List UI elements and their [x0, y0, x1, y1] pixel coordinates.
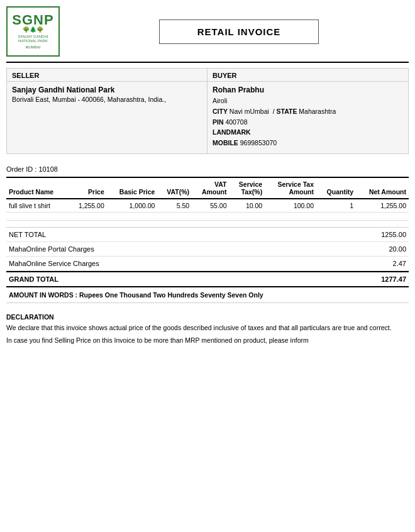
totals-section: NET TOTAL 1255.00 MahaOnline Portal Char…	[6, 227, 409, 287]
seller-column: SELLER Sanjay Gandhi National Park Boriv…	[7, 69, 208, 153]
net-total-row: NET TOTAL 1255.00	[6, 228, 409, 242]
amount-words-label: AMOUNT IN WORDS :	[9, 291, 77, 299]
col-product-name: Product Name	[6, 177, 69, 199]
table-header: Product Name Price Basic Price VAT(%) VA…	[6, 177, 409, 199]
amount-words: AMOUNT IN WORDS : Rupees One Thousand Tw…	[6, 287, 409, 303]
cell-vat-amount: 55.00	[192, 199, 229, 213]
table-row: full slive t shirt 1,255.00 1,000.00 5.5…	[6, 199, 409, 213]
spacer-row	[6, 212, 409, 220]
amount-words-text: Rupees One Thousand Two Hundreds Seventy…	[79, 291, 263, 299]
net-total-value: 1255.00	[381, 231, 406, 238]
pin-label: PIN	[213, 118, 224, 126]
seller-name: Sanjay Gandhi National Park	[12, 86, 202, 94]
buyer-header: BUYER	[208, 69, 408, 82]
order-id-label: Order ID	[6, 165, 33, 173]
col-vat-pct: VAT(%)	[157, 177, 192, 199]
declaration-line-2: In case you find Selling Price on this I…	[6, 336, 409, 346]
col-price: Price	[69, 177, 107, 199]
header-section: SGNP 🌳🌲🌳 SANJAY GANDHI NATIONAL PARK MUM…	[6, 6, 409, 63]
col-basic-price: Basic Price	[107, 177, 158, 199]
grand-total-row: GRAND TOTAL 1277.47	[6, 271, 409, 287]
portal-charges-value: 20.00	[389, 245, 406, 253]
order-section: Order ID : 10108 Product Name Price Basi…	[6, 165, 409, 221]
buyer-state: Maharashtra	[299, 108, 336, 115]
cell-service-tax-amount: 100.00	[265, 199, 316, 213]
order-id: Order ID : 10108	[6, 165, 409, 173]
col-quantity: Quantity	[316, 177, 356, 199]
col-vat-amount: VATAmount	[192, 177, 229, 199]
portal-charges-row: MahaOnline Portal Charges 20.00	[6, 242, 409, 257]
cell-quantity: 1	[316, 199, 356, 213]
cell-basic-price: 1,000.00	[107, 199, 158, 213]
buyer-mobile-row: MOBILE 9699853070	[213, 138, 403, 148]
service-charges-value: 2.47	[393, 260, 406, 267]
cell-service-tax-pct: 10.00	[230, 199, 265, 213]
logo-box: SGNP 🌳🌲🌳 SANJAY GANDHI NATIONAL PARK MUM…	[6, 6, 60, 57]
seller-header: SELLER	[7, 69, 207, 82]
buyer-column: BUYER Rohan Prabhu Airoli CITY Navi mUmb…	[208, 69, 408, 153]
declaration-title: DECLARATION	[6, 313, 409, 321]
buyer-city: Navi mUmbai	[230, 108, 269, 115]
order-id-value: 10108	[38, 165, 58, 173]
cell-vat-pct: 5.50	[157, 199, 192, 213]
buyer-content: Rohan Prabhu Airoli CITY Navi mUmbai / S…	[208, 82, 408, 153]
logo-park-name: SANJAY GANDHI NATIONAL PARK	[10, 35, 56, 43]
grand-total-label: GRAND TOTAL	[9, 275, 58, 283]
mobile-label: MOBILE	[213, 139, 238, 147]
invoice-title: RETAIL INVOICE	[159, 19, 319, 44]
grand-total-value: 1277.47	[381, 275, 406, 283]
logo-area: SGNP 🌳🌲🌳 SANJAY GANDHI NATIONAL PARK MUM…	[6, 6, 69, 57]
city-label: CITY	[213, 108, 228, 115]
net-total-label: NET TOTAL	[9, 231, 46, 238]
logo-silhouette: 🌳🌲🌳	[23, 27, 43, 33]
buyer-name: Rohan Prabhu	[213, 86, 403, 94]
logo-letters: SGNP	[12, 13, 53, 27]
invoice-table: Product Name Price Basic Price VAT(%) VA…	[6, 177, 409, 221]
invoice-title-area: RETAIL INVOICE	[69, 19, 409, 44]
buyer-area-text: Airoli	[213, 97, 227, 104]
seller-content: Sanjay Gandhi National Park Borivali Eas…	[7, 82, 207, 108]
cell-product: full slive t shirt	[6, 199, 69, 213]
seller-address: Borivali East, Mumbai - 400066, Maharash…	[12, 96, 202, 103]
buyer-city-row: CITY Navi mUmbai / STATE Maharashtra	[213, 106, 403, 117]
buyer-pin-row: PIN 400708	[213, 117, 403, 128]
logo-city: MUMBAI	[26, 45, 41, 50]
table-body: full slive t shirt 1,255.00 1,000.00 5.5…	[6, 199, 409, 221]
buyer-pin: 400708	[225, 118, 247, 126]
state-label: STATE	[277, 108, 297, 115]
col-service-tax-amount: Service TaxAmount	[265, 177, 316, 199]
landmark-label: LANDMARK	[213, 128, 251, 136]
portal-charges-label: MahaOnline Portal Charges	[9, 245, 94, 253]
declaration-line-1: We declare that this invoice shows actua…	[6, 323, 409, 333]
col-net-amount: Net Amount	[356, 177, 409, 199]
service-charges-row: MahaOnline Service Charges 2.47	[6, 257, 409, 271]
declaration-section: DECLARATION We declare that this invoice…	[6, 313, 409, 346]
seller-buyer-row: SELLER Sanjay Gandhi National Park Boriv…	[6, 68, 409, 154]
buyer-landmark-row: LANDMARK	[213, 127, 403, 138]
cell-net-amount: 1,255.00	[356, 199, 409, 213]
col-service-tax-pct: ServiceTax(%)	[230, 177, 265, 199]
buyer-mobile: 9699853070	[240, 139, 277, 147]
cell-price: 1,255.00	[69, 199, 107, 213]
buyer-area: Airoli	[213, 96, 403, 106]
service-charges-label: MahaOnline Service Charges	[9, 260, 99, 267]
